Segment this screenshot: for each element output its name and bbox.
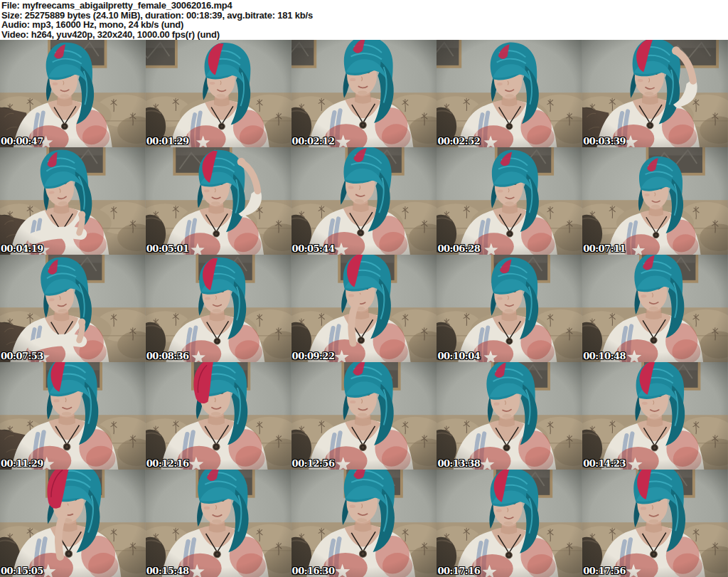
timestamp-overlay: 00:05:44: [292, 243, 335, 254]
vignette: [146, 40, 291, 147]
thumbnail-image: [437, 362, 582, 470]
timestamp-overlay: 00:14:23: [583, 458, 626, 469]
thumbnail-image: [582, 362, 728, 470]
timestamp-overlay: 00:07:11: [583, 243, 626, 254]
video-thumbnail: 00:04:19: [0, 147, 146, 255]
video-thumbnail: 00:17:56: [582, 470, 728, 577]
vignette: [0, 470, 146, 577]
video-thumbnail: 00:10:04: [437, 255, 582, 362]
vignette: [582, 147, 728, 255]
thumbnail-image: [0, 362, 146, 470]
thumbnail-image: [437, 255, 582, 362]
timestamp-overlay: 00:17:56: [583, 566, 626, 576]
vignette: [146, 255, 291, 362]
vignette: [437, 255, 582, 362]
video-thumbnail: 00:16:30: [291, 470, 437, 577]
vignette: [437, 470, 582, 577]
file-info-line-video: Video: h264, yuv420p, 320x240, 1000.00 f…: [1, 30, 728, 40]
timestamp-overlay: 00:12:56: [292, 458, 335, 469]
video-thumbnail: 00:11:29: [0, 362, 146, 470]
vignette: [582, 255, 728, 362]
thumbnail-image: [146, 40, 291, 147]
timestamp-overlay: 00:13:38: [437, 458, 480, 469]
timestamp-overlay: 00:12:16: [146, 458, 189, 469]
vignette: [291, 255, 437, 362]
vignette: [0, 255, 146, 362]
vignette: [582, 362, 728, 470]
timestamp-overlay: 00:00:47: [1, 136, 43, 147]
video-thumbnail: 00:05:44: [291, 147, 437, 255]
thumbnail-image: [146, 255, 291, 362]
timestamp-overlay: 00:17:16: [437, 566, 480, 576]
video-thumbnail: 00:01:29: [146, 40, 291, 147]
thumbnail-image: [146, 470, 291, 577]
vignette: [437, 362, 582, 470]
timestamp-overlay: 00:10:48: [583, 351, 626, 361]
timestamp-overlay: 00:15:05: [1, 566, 43, 576]
file-info-line-size: Size: 25275889 bytes (24.10 MiB), durati…: [1, 11, 728, 21]
thumbnail-image: [291, 147, 437, 255]
thumbnail-image: [291, 255, 437, 362]
vignette: [437, 147, 582, 255]
timestamp-overlay: 00:15:48: [146, 566, 189, 576]
video-thumbnail: 00:07:53: [0, 255, 146, 362]
video-thumbnail: 00:03:39: [582, 40, 728, 147]
vignette: [146, 147, 291, 255]
thumbnail-image: [437, 147, 582, 255]
video-thumbnail: 00:14:23: [582, 362, 728, 470]
video-thumbnail: 00:13:38: [437, 362, 582, 470]
vignette: [0, 147, 146, 255]
thumbnail-image: [291, 40, 437, 147]
thumbnail-image: [0, 40, 146, 147]
timestamp-overlay: 00:01:29: [146, 136, 189, 147]
timestamp-overlay: 00:04:19: [1, 243, 43, 254]
vignette: [291, 470, 437, 577]
vignette: [146, 470, 291, 577]
video-thumbnail: 00:12:56: [291, 362, 437, 470]
video-thumbnail: 00:17:16: [437, 470, 582, 577]
thumbnail-image: [582, 40, 728, 147]
timestamp-overlay: 00:10:04: [437, 351, 480, 361]
vignette: [582, 470, 728, 577]
video-thumbnail: 00:15:05: [0, 470, 146, 577]
thumbnail-image: [0, 255, 146, 362]
video-thumbnail: 00:05:01: [146, 147, 291, 255]
timestamp-overlay: 00:03:39: [583, 136, 626, 147]
thumbnail-image: [0, 147, 146, 255]
timestamp-overlay: 00:02:12: [292, 136, 335, 147]
video-thumbnail: 00:00:47: [0, 40, 146, 147]
vignette: [291, 147, 437, 255]
thumbnail-image: [146, 147, 291, 255]
video-thumbnail: 00:06:28: [437, 147, 582, 255]
vignette: [0, 362, 146, 470]
video-thumbnail: 00:09:22: [291, 255, 437, 362]
video-thumbnail: 00:02:12: [291, 40, 437, 147]
thumbnail-grid: 00:00:47: [0, 40, 728, 577]
video-thumbnail: 00:12:16: [146, 362, 291, 470]
vignette: [437, 40, 582, 147]
file-info-line-audio: Audio: mp3, 16000 Hz, mono, 24 kb/s (und…: [1, 20, 728, 30]
video-thumbnail: 00:10:48: [582, 255, 728, 362]
timestamp-overlay: 00:09:22: [292, 351, 335, 361]
thumbnail-image: [582, 255, 728, 362]
video-thumbnail: 00:07:11: [582, 147, 728, 255]
thumbnail-image: [0, 470, 146, 577]
thumbnail-image: [582, 147, 728, 255]
timestamp-overlay: 00:16:30: [292, 566, 335, 576]
thumbnail-image: [437, 40, 582, 147]
thumbnail-image: [146, 362, 291, 470]
timestamp-overlay: 00:11:29: [1, 458, 43, 469]
timestamp-overlay: 00:06:28: [437, 243, 480, 254]
file-info-header: File: myfreecams_abigailpretty_female_30…: [0, 0, 728, 40]
vignette: [582, 40, 728, 147]
video-thumbnail: 00:08:36: [146, 255, 291, 362]
video-thumbnail: 00:02:52: [437, 40, 582, 147]
timestamp-overlay: 00:02:52: [437, 136, 480, 147]
thumbnail-image: [291, 470, 437, 577]
timestamp-overlay: 00:07:53: [1, 351, 43, 361]
video-thumbnail: 00:15:48: [146, 470, 291, 577]
vignette: [0, 40, 146, 147]
thumbnail-image: [291, 362, 437, 470]
vignette: [146, 362, 291, 470]
timestamp-overlay: 00:08:36: [146, 351, 189, 361]
